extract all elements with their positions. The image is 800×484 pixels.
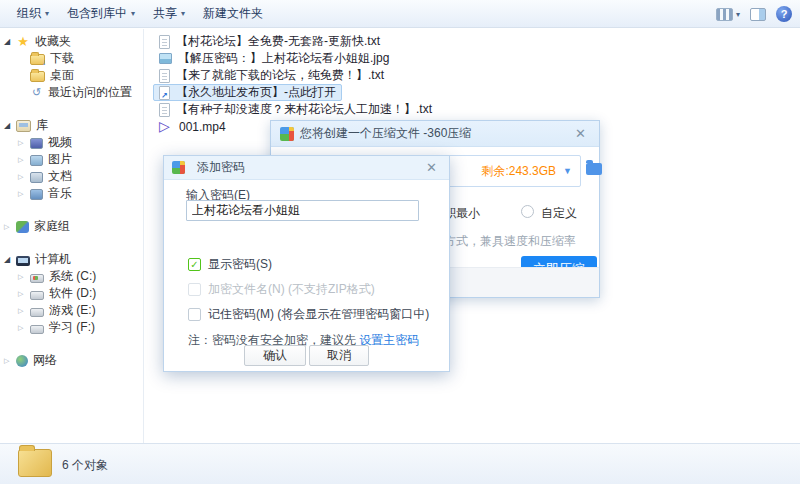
dropdown-arrow-icon: ▾ [181, 9, 185, 18]
sidebar-item-pictures[interactable]: ▷图片 [0, 151, 143, 168]
sidebar-item-label: 最近访问的位置 [48, 84, 132, 101]
lib-documents-icon [30, 172, 43, 183]
compress-dialog-title: 您将创建一个压缩文件 -360压缩 [300, 125, 571, 142]
sidebar-item-label: 学习 (F:) [49, 319, 95, 336]
shortcut-file-icon [159, 86, 170, 100]
change-view-button[interactable]: ▾ [716, 8, 740, 21]
sidebar-item-label: 计算机 [35, 251, 71, 268]
tree-expanded-icon[interactable]: ◢ [4, 37, 16, 46]
file-name: 【来了就能下载的论坛，纯免费！】.txt [176, 67, 384, 84]
tree-collapsed-icon[interactable]: ▷ [18, 290, 30, 298]
txt-file-icon [159, 69, 170, 83]
file-item[interactable]: 【村花论坛】全免费-无套路-更新快.txt [153, 33, 386, 50]
sidebar-item-music[interactable]: ▷音乐 [0, 185, 143, 202]
tree-collapsed-icon[interactable]: ▷ [4, 223, 16, 231]
folder-icon [30, 71, 45, 82]
toolbar-button-share[interactable]: 共享▾ [144, 1, 194, 26]
toolbar-right: ▾ ? [716, 0, 792, 28]
tree-collapsed-icon[interactable]: ▷ [4, 357, 16, 365]
file-item[interactable]: 001.mp4 [153, 118, 232, 135]
add-password-dialog: 添加密码 ✕ 输入密码(E) ✓显示密码(S)加密文件名(N) (不支持ZIP格… [163, 155, 450, 372]
tree-collapsed-icon[interactable]: ▷ [18, 307, 30, 315]
sidebar-item-drive-e[interactable]: ▷游戏 (E:) [0, 302, 143, 319]
option-custom-label[interactable]: 自定义 [541, 205, 577, 222]
checkbox-remember-password[interactable]: 记住密码(M) (将会显示在管理密码窗口中) [188, 302, 429, 327]
sidebar-item-documents[interactable]: ▷文档 [0, 168, 143, 185]
explorer-window: 组织▾包含到库中▾共享▾新建文件夹 ▾ ? ◢收藏夹下载桌面最近访问的位置◢库▷… [0, 0, 800, 484]
close-icon[interactable]: ✕ [422, 158, 441, 177]
confirm-button[interactable]: 确认 [244, 345, 306, 366]
close-icon[interactable]: ✕ [571, 124, 590, 143]
sidebar-item-desktop[interactable]: 桌面 [0, 67, 143, 84]
tree-collapsed-icon[interactable]: ▷ [18, 324, 30, 332]
radio-custom[interactable] [521, 205, 534, 218]
unchecked-checkbox-icon[interactable] [188, 308, 201, 321]
sidebar-item-homegroup[interactable]: ▷家庭组 [0, 218, 143, 235]
sidebar-item-recent-places[interactable]: 最近访问的位置 [0, 84, 143, 101]
file-item[interactable]: 【解压密码：】上村花论坛看小姐姐.jpg [153, 50, 395, 67]
toolbar-button-organize[interactable]: 组织▾ [8, 1, 58, 26]
navigation-pane: ◢收藏夹下载桌面最近访问的位置◢库▷视频▷图片▷文档▷音乐▷家庭组◢计算机▷系统… [0, 29, 144, 443]
sidebar-item-label: 音乐 [48, 185, 72, 202]
cancel-button[interactable]: 取消 [309, 345, 369, 366]
toolbar-button-label: 组织 [17, 5, 41, 22]
preview-pane-icon[interactable] [750, 8, 766, 21]
sidebar-item-drive-c[interactable]: ▷系统 (C:) [0, 268, 143, 285]
tree-collapsed-icon[interactable]: ▷ [18, 139, 30, 147]
sidebar-item-videos[interactable]: ▷视频 [0, 134, 143, 151]
tree-collapsed-icon[interactable]: ▷ [18, 190, 30, 198]
tree-collapsed-icon[interactable]: ▷ [18, 173, 30, 181]
file-name: 【有种子却没速度？来村花论坛人工加速！】.txt [176, 101, 432, 118]
lib-pictures-icon [30, 155, 43, 166]
toolbar-button-label: 新建文件夹 [203, 5, 263, 22]
sidebar-item-drive-d[interactable]: ▷软件 (D:) [0, 285, 143, 302]
checkbox-label: 记住密码(M) (将会显示在管理密码窗口中) [208, 306, 429, 323]
file-name: 001.mp4 [179, 120, 226, 134]
toolbar-button-label: 包含到库中 [67, 5, 127, 22]
toolbar: 组织▾包含到库中▾共享▾新建文件夹 ▾ ? [0, 0, 800, 28]
remaining-space: 剩余:243.3GB [481, 163, 556, 180]
file-item[interactable]: 【永久地址发布页】-点此打开 [153, 84, 342, 101]
checked-checkbox-icon[interactable]: ✓ [188, 258, 201, 271]
sidebar-item-drive-f[interactable]: ▷学习 (F:) [0, 319, 143, 336]
tree-expanded-icon[interactable]: ◢ [4, 255, 16, 264]
sidebar-item-favorites[interactable]: ◢收藏夹 [0, 33, 143, 50]
homegroup-icon [16, 221, 29, 233]
sidebar-item-network[interactable]: ▷网络 [0, 352, 143, 369]
browse-folder-icon[interactable] [586, 163, 602, 175]
360zip-logo-icon [172, 161, 185, 174]
tree-expanded-icon[interactable]: ◢ [4, 121, 16, 130]
recent-icon [30, 86, 43, 99]
drive-icon [30, 308, 44, 317]
lib-music-icon [30, 189, 43, 200]
sidebar-item-label: 系统 (C:) [49, 268, 96, 285]
password-dialog-title: 添加密码 [197, 159, 422, 176]
toolbar-button-include-in-library[interactable]: 包含到库中▾ [58, 1, 144, 26]
password-input[interactable] [186, 200, 419, 221]
chevron-down-icon[interactable]: ▼ [563, 166, 572, 176]
tree-collapsed-icon[interactable]: ▷ [18, 156, 30, 164]
checkbox-show-password[interactable]: ✓显示密码(S) [188, 252, 429, 277]
compress-mode-description: 方式，兼具速度和压缩率 [444, 233, 576, 250]
sidebar-item-label: 桌面 [50, 67, 74, 84]
sidebar-item-downloads[interactable]: 下载 [0, 50, 143, 67]
file-name: 【解压密码：】上村花论坛看小姐姐.jpg [178, 50, 389, 67]
help-icon[interactable]: ? [776, 6, 792, 22]
sidebar-item-computer[interactable]: ◢计算机 [0, 251, 143, 268]
password-options: ✓显示密码(S)加密文件名(N) (不支持ZIP格式)记住密码(M) (将会显示… [188, 252, 429, 327]
dropdown-arrow-icon: ▾ [131, 9, 135, 18]
toolbar-button-new-folder[interactable]: 新建文件夹 [194, 1, 272, 26]
sidebar-item-label: 文档 [48, 168, 72, 185]
sidebar-item-label: 下载 [50, 50, 74, 67]
drive-c-icon [30, 274, 44, 283]
sidebar-item-label: 收藏夹 [35, 33, 71, 50]
sidebar-item-libraries[interactable]: ◢库 [0, 117, 143, 134]
folder-download-icon [30, 54, 45, 65]
file-item[interactable]: 【来了就能下载的论坛，纯免费！】.txt [153, 67, 390, 84]
360zip-logo-icon [280, 127, 294, 141]
item-count: 6 个对象 [62, 457, 108, 474]
tree-collapsed-icon[interactable]: ▷ [18, 273, 30, 281]
folder-icon [18, 449, 52, 477]
file-item[interactable]: 【有种子却没速度？来村花论坛人工加速！】.txt [153, 101, 438, 118]
txt-file-icon [159, 103, 170, 117]
